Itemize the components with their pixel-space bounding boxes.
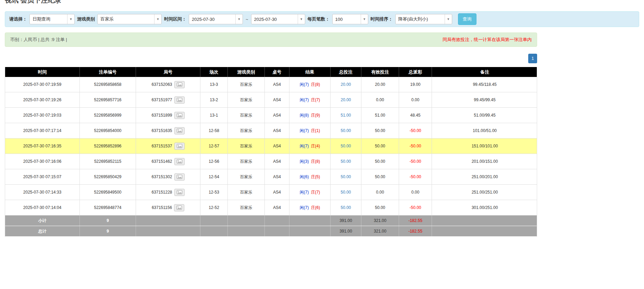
date-range-tilde: ~ [245, 17, 249, 22]
time-sort-select[interactable]: 降幂(由大到小) ▼ [395, 14, 452, 24]
date-to-value: 2025-07-30 [254, 17, 277, 22]
image-icon [177, 113, 182, 117]
total-bet-link[interactable]: 50.00 [340, 159, 351, 164]
subtotal-valid-bet: 321.00 [361, 215, 399, 226]
image-icon [177, 98, 182, 102]
subtotal-count: 9 [80, 215, 136, 226]
cell-valid-bet: 51.00 [361, 108, 399, 123]
cell-note: 251.00/251.00 [432, 185, 537, 200]
result-banker: 庄(4) [311, 143, 320, 149]
table-row: 2025-07-30 07:19:59522695858658637152063… [5, 77, 537, 92]
result-banker: 庄(7) [311, 97, 320, 103]
empty-cell [432, 215, 537, 226]
subtotal-row: 小计9391.00321.00-182.55 [5, 215, 537, 226]
query-button[interactable]: 查询 [458, 13, 476, 25]
page-size-value: 100 [335, 17, 343, 22]
table-row: 2025-07-30 07:14:33522695849500637151228… [5, 185, 537, 200]
cell-note: 101.00/51.00 [432, 123, 537, 138]
total-bet-link[interactable]: 20.00 [340, 97, 351, 102]
cell-time: 2025-07-30 07:14:33 [5, 185, 80, 200]
cell-table-no: AS4 [265, 92, 289, 107]
empty-cell [228, 226, 265, 236]
column-header: 总投注 [331, 67, 361, 77]
round-snapshot-button[interactable] [174, 96, 185, 104]
cell-round: 637152063 [136, 77, 200, 92]
cell-game-type: 百家乐 [228, 185, 265, 200]
empty-cell [200, 226, 228, 236]
cell-session: 12-57 [200, 139, 228, 154]
total-row: 总计9391.00321.00-182.55 [5, 226, 537, 237]
cell-total-bet: 50.00 [331, 185, 361, 200]
cell-note: 201.00/151.00 [432, 154, 537, 169]
page-button-1[interactable]: 1 [528, 54, 537, 63]
image-icon [177, 190, 182, 194]
empty-cell [432, 226, 537, 236]
image-icon [177, 175, 182, 179]
column-header: 总派彩 [399, 67, 432, 77]
date-from-value: 2025-07-30 [192, 17, 215, 22]
cell-time: 2025-07-30 07:14:04 [5, 200, 80, 215]
result-banker: 庄(6) [311, 205, 320, 211]
summary-bar: 币别：人民币 | 总共 :9 注单 | 同局有效投注，统一计算在该局第一张注单内 [5, 32, 537, 47]
column-header: 有效投注 [361, 67, 399, 77]
cell-payout: 0.00 [399, 92, 432, 107]
cell-table-no: AS4 [265, 154, 289, 169]
total-valid-bet: 321.00 [361, 226, 399, 236]
total-payout: -182.55 [399, 226, 432, 236]
cell-game-type: 百家乐 [228, 139, 265, 154]
result-player: 闲(8) [300, 113, 309, 118]
page-size-select[interactable]: 100 ▼ [332, 14, 368, 24]
result-banker: 庄(8) [311, 82, 320, 88]
cell-payout: -50.00 [399, 169, 432, 184]
cell-result: 闲(7)庄(6) [289, 200, 331, 215]
cell-session: 12-54 [200, 169, 228, 184]
empty-cell [265, 226, 289, 236]
round-snapshot-button[interactable] [174, 112, 185, 119]
game-type-select[interactable]: 百家乐 ▼ [97, 14, 162, 24]
round-snapshot-button[interactable] [174, 173, 185, 181]
round-number: 637151462 [151, 159, 172, 164]
total-bet-link[interactable]: 20.00 [340, 82, 351, 87]
date-to-picker[interactable]: 2025-07-30 ▼ [251, 14, 305, 24]
round-number: 637151635 [151, 128, 172, 133]
round-snapshot-button[interactable] [174, 189, 185, 196]
empty-cell [289, 226, 331, 236]
total-bet-link[interactable]: 50.00 [340, 144, 351, 148]
cell-time: 2025-07-30 07:17:14 [5, 123, 80, 138]
cell-table-no: AS4 [265, 185, 289, 200]
total-bet-link[interactable]: 50.00 [340, 205, 351, 210]
cell-note: 301.00/251.00 [432, 200, 537, 215]
cell-result: 闲(3)庄(8) [289, 154, 331, 169]
total-bet-link[interactable]: 50.00 [340, 190, 351, 195]
cell-session: 12-52 [200, 200, 228, 215]
cell-bet-id: 522695854000 [80, 123, 136, 138]
cell-session: 13-1 [200, 108, 228, 123]
round-snapshot-button[interactable] [174, 127, 185, 134]
cell-round: 637151156 [136, 200, 200, 215]
query-type-select[interactable]: 日期查询 ▼ [29, 14, 75, 24]
cell-session: 13-2 [200, 92, 228, 107]
round-snapshot-button[interactable] [174, 158, 185, 165]
time-sort-value: 降幂(由大到小) [398, 16, 428, 22]
total-bet-link[interactable]: 50.00 [340, 128, 351, 133]
total-bet-link[interactable]: 50.00 [340, 174, 351, 179]
result-banker: 庄(5) [311, 174, 320, 180]
query-type-value: 日期查询 [33, 16, 50, 22]
round-snapshot-button[interactable] [174, 204, 184, 211]
cell-game-type: 百家乐 [228, 123, 265, 138]
round-number: 637151156 [152, 205, 172, 210]
time-sort-label: 时间排序： [371, 16, 393, 22]
round-snapshot-button[interactable] [174, 81, 185, 88]
cell-total-bet: 20.00 [331, 77, 361, 92]
cell-payout: -50.00 [399, 200, 432, 215]
empty-cell [289, 215, 331, 226]
cell-payout: 48.45 [399, 108, 432, 123]
table-header-row: 时间注单编号局号场次游戏类别桌号结果总投注有效投注总派彩备注 [5, 67, 537, 77]
result-player: 闲(7) [300, 205, 309, 211]
cell-game-type: 百家乐 [228, 169, 265, 184]
date-from-picker[interactable]: 2025-07-30 ▼ [189, 14, 243, 24]
result-player: 闲(7) [300, 97, 309, 103]
cell-result: 闲(8)庄(9) [289, 108, 331, 123]
total-bet-link[interactable]: 51.00 [340, 113, 351, 118]
round-snapshot-button[interactable] [174, 143, 185, 150]
